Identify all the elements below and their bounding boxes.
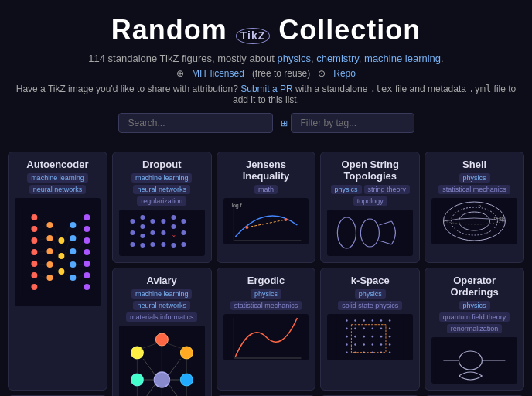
card-shell-tags: physics statistical mechanics	[431, 173, 517, 194]
svg-point-135	[372, 343, 374, 346]
svg-point-62	[181, 219, 186, 224]
card-operatorordering-title: Operator Orderings	[431, 275, 517, 298]
svg-point-19	[70, 261, 76, 268]
card-shell[interactable]: Shell physics statistical mechanics p p+…	[425, 152, 524, 263]
svg-point-56	[161, 219, 165, 224]
svg-text:×: ×	[172, 233, 176, 240]
search-input[interactable]	[118, 113, 273, 133]
card-aviary[interactable]: Aviary machine learning neural networks …	[112, 268, 212, 396]
subtitle: 114 standalone TikZ figures, mostly abou…	[15, 53, 517, 64]
license-row: ⊕ MIT licensed (free to reuse) ⊙ Repo	[15, 68, 517, 79]
card-shell-preview: p p+dp	[431, 198, 517, 244]
submit-pr-link[interactable]: Submit a PR	[240, 84, 292, 94]
svg-point-50	[140, 224, 145, 229]
svg-point-57	[161, 230, 165, 235]
svg-point-133	[355, 343, 357, 346]
svg-point-46	[130, 219, 135, 224]
svg-point-59	[171, 215, 176, 220]
svg-point-6	[31, 272, 37, 278]
card-kspace-preview	[327, 314, 413, 360]
svg-point-53	[150, 219, 155, 224]
tag-nn: neural networks	[29, 185, 87, 194]
svg-point-8	[46, 222, 53, 228]
card-jensens-tags: math	[223, 185, 309, 194]
tag-ml: machine learning	[27, 173, 88, 183]
card-aviary-preview	[119, 326, 205, 396]
tag-ssp-ks: solid state physics	[338, 301, 402, 310]
svg-rect-78	[436, 198, 513, 244]
card-autoencoder-tags: machine learning neural networks	[15, 173, 101, 194]
svg-point-69	[245, 226, 248, 229]
card-kspace[interactable]: k-Space physics solid state physics	[320, 268, 420, 391]
svg-point-87	[180, 374, 193, 386]
page-header: Random TikZ Collection 114 standalone Ti…	[0, 0, 532, 152]
svg-point-1	[31, 214, 37, 220]
svg-point-4	[31, 249, 37, 255]
svg-point-17	[70, 235, 76, 241]
chemistry-link[interactable]: chemistry	[316, 53, 359, 64]
svg-point-49	[140, 215, 145, 220]
svg-point-91	[131, 374, 143, 386]
svg-point-25	[84, 261, 90, 267]
svg-point-51	[140, 234, 145, 238]
svg-point-124	[380, 328, 383, 330]
svg-point-7	[31, 284, 37, 290]
physics-link[interactable]: physics	[278, 53, 311, 64]
filter-input[interactable]	[291, 113, 414, 133]
card-autoencoder[interactable]: Autoencoder machine learning neural netw…	[8, 152, 107, 391]
tikz-badge: TikZ	[236, 28, 271, 44]
svg-point-15	[58, 268, 64, 275]
svg-point-27	[84, 284, 90, 290]
header: Random TikZ Collection 114 standalone Ti…	[0, 0, 532, 152]
tag-phys-er: physics	[251, 289, 281, 299]
tag-phys-oo: physics	[459, 301, 490, 310]
ml-link[interactable]: machine learning	[364, 53, 441, 64]
svg-point-119	[389, 319, 391, 322]
title-pre: Random	[111, 14, 227, 46]
card-kspace-tags: physics solid state physics	[327, 289, 413, 310]
filter-row: ⊞	[281, 113, 414, 133]
svg-point-118	[380, 319, 383, 322]
svg-point-47	[130, 230, 135, 235]
svg-point-20	[70, 275, 76, 281]
tag-statmech-er: statistical mechanics	[230, 301, 302, 310]
svg-point-9	[46, 235, 53, 241]
title-post: Collection	[278, 14, 421, 46]
card-ergodic-tags: physics statistical mechanics	[223, 289, 309, 310]
search-row: ⊞	[15, 113, 517, 133]
tex-code: .tex	[370, 84, 393, 94]
page-title: Random TikZ Collection	[15, 14, 517, 46]
svg-point-129	[372, 336, 374, 338]
svg-point-14	[58, 253, 64, 259]
subtitle-text: 114 standalone TikZ figures, mostly abou…	[88, 53, 275, 64]
svg-point-138	[346, 351, 349, 353]
card-dropout[interactable]: Dropout machine learning neural networks…	[112, 152, 212, 263]
card-operatorordering-tags: physics quantum field theory renormaliza…	[431, 301, 517, 333]
svg-point-117	[372, 319, 374, 322]
card-openstring[interactable]: Open String Topologies physics string th…	[320, 152, 420, 263]
card-aviary-title: Aviary	[119, 275, 205, 286]
svg-point-125	[389, 328, 391, 330]
svg-point-136	[380, 343, 383, 346]
card-ergodic[interactable]: Ergodic physics statistical mechanics	[217, 268, 316, 391]
svg-point-63	[181, 230, 186, 235]
svg-point-134	[363, 343, 366, 346]
filter-icon: ⊞	[281, 118, 288, 128]
card-ergodic-title: Ergodic	[223, 275, 309, 286]
card-openstring-preview	[327, 210, 413, 256]
license-paren: (free to reuse)	[252, 68, 310, 79]
card-dropout-title: Dropout	[119, 159, 205, 170]
card-autoencoder-title: Autoencoder	[15, 159, 101, 170]
tag-phys-ks: physics	[355, 289, 386, 299]
repo-link[interactable]: Repo	[333, 68, 356, 79]
contribute-pre: Have a TikZ image you'd like to share wi…	[16, 84, 238, 94]
card-operatorordering[interactable]: Operator Orderings physics quantum field…	[425, 268, 524, 391]
svg-point-85	[155, 333, 168, 346]
svg-point-10	[46, 248, 53, 254]
svg-point-5	[31, 261, 37, 267]
card-jensens[interactable]: Jensens Inequality math log f	[217, 152, 316, 263]
svg-point-54	[150, 230, 155, 235]
svg-point-3	[31, 237, 37, 244]
svg-point-127	[355, 336, 357, 338]
mit-license-link[interactable]: MIT licensed	[192, 68, 244, 79]
